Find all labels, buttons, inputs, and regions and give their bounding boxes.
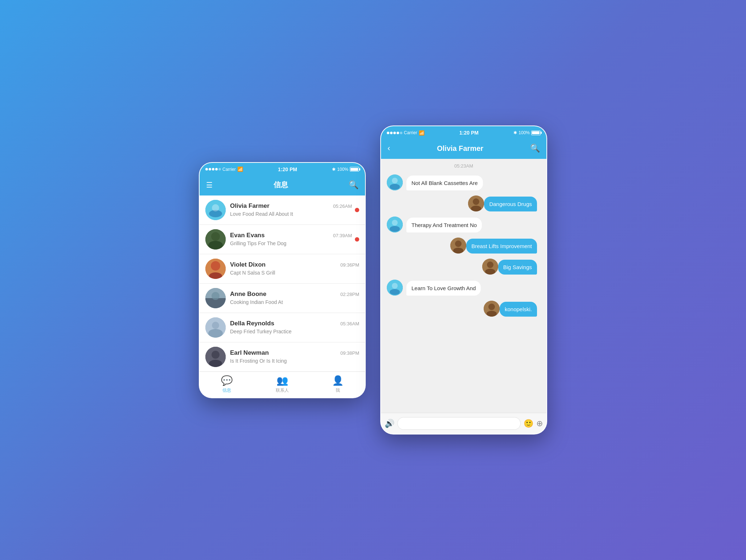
- status-time-2: 1:20 PM: [459, 130, 479, 136]
- chat-row: Not All Blank Cassettes Are: [387, 174, 541, 190]
- svg-point-29: [453, 248, 463, 254]
- chat-avatar-right: [450, 238, 466, 254]
- svg-point-17: [209, 360, 222, 367]
- svg-point-28: [455, 240, 462, 247]
- list-item[interactable]: Anne Boone 02:28PM Cooking Indian Food A…: [200, 284, 365, 313]
- msg-name: Evan Evans: [230, 232, 265, 239]
- back-button[interactable]: ‹: [388, 144, 390, 153]
- chat-bubble: Therapy And Treatment No: [406, 218, 482, 232]
- list-item[interactable]: Violet Dixon 09:36PM Capt N Salsa S Gril…: [200, 254, 365, 284]
- svg-point-35: [392, 283, 398, 289]
- more-icon[interactable]: ⊕: [536, 419, 543, 428]
- svg-point-2: [212, 204, 219, 211]
- msg-content: Anne Boone 02:28PM Cooking Indian Food A…: [230, 291, 359, 305]
- battery-2: [531, 131, 541, 135]
- chat-avatar-right: [468, 195, 484, 211]
- list-item[interactable]: Evan Evans 07:39AM Grilling Tips For The…: [200, 225, 365, 254]
- svg-point-26: [392, 220, 398, 226]
- emoji-icon[interactable]: 🙂: [524, 419, 533, 428]
- unread-badge: [355, 237, 359, 242]
- battery-fill-2: [532, 131, 540, 134]
- hamburger-icon[interactable]: ☰: [206, 181, 213, 189]
- avatar: [205, 259, 226, 279]
- msg-name: Violet Dixon: [230, 261, 266, 268]
- chat-bubble: Big Savings: [498, 260, 537, 275]
- chat-row: Learn To Love Growth And: [387, 280, 541, 296]
- svg-point-37: [488, 304, 495, 310]
- chat-row: Big Savings: [387, 259, 541, 275]
- wifi-icon: 📶: [237, 166, 243, 172]
- msg-preview: Capt N Salsa S Grill: [230, 270, 275, 276]
- list-item[interactable]: Della Reynolds 05:36AM Deep Fried Turkey…: [200, 313, 365, 342]
- tab-me[interactable]: 👤 我: [332, 375, 344, 394]
- tab-messages-icon: 💬: [221, 375, 233, 386]
- msg-name: Anne Boone: [230, 291, 266, 298]
- battery-1: [350, 167, 359, 172]
- status-right-2: ✱ 100%: [513, 130, 541, 135]
- phone-messages: Carrier 📶 1:20 PM ✱ 100% ☰ 信息 🔍: [199, 162, 366, 398]
- chat-bubble: Learn To Love Growth And: [406, 281, 481, 296]
- msg-preview: Cooking Indian Food At: [230, 299, 283, 305]
- search-icon-messages[interactable]: 🔍: [349, 180, 358, 190]
- chat-bubble: Not All Blank Cassettes Are: [406, 176, 483, 190]
- chat-avatar-left: [387, 280, 403, 296]
- list-item[interactable]: Earl Newman 09:38PM Is It Frosting Or Is…: [200, 342, 365, 371]
- avatar: [205, 317, 226, 338]
- battery-bar-1: [350, 167, 359, 172]
- status-time-1: 1:20 PM: [278, 166, 297, 172]
- tab-bar: 💬 信息 👥 联系人 👤 我: [200, 371, 365, 398]
- svg-point-34: [390, 289, 400, 295]
- status-bar-2: Carrier 📶 1:20 PM ✱ 100%: [381, 126, 546, 139]
- bluetooth-icon-2: ✱: [513, 130, 517, 135]
- msg-name: Olivia Farmer: [230, 202, 270, 210]
- list-item[interactable]: Olivia Farmer 05:26AM Love Food Read All…: [200, 195, 365, 225]
- svg-point-4: [208, 241, 223, 250]
- tab-me-label: 我: [336, 387, 340, 394]
- status-bar-1: Carrier 📶 1:20 PM ✱ 100%: [200, 163, 365, 176]
- search-icon-chat[interactable]: 🔍: [530, 144, 540, 153]
- voice-icon[interactable]: 🔊: [385, 419, 394, 428]
- msg-content: Violet Dixon 09:36PM Capt N Salsa S Gril…: [230, 261, 359, 276]
- nav-title-chat: Olivia Farmer: [437, 144, 483, 153]
- msg-time: 09:38PM: [340, 350, 359, 356]
- chat-row: konopelski.: [387, 301, 541, 317]
- battery-fill-1: [351, 168, 358, 171]
- chat-bubble: Breast Lifts Improvement: [466, 239, 537, 254]
- chat-bubble: Dangerous Drugs: [484, 197, 537, 211]
- chat-input-bar: 🔊 🙂 ⊕: [381, 413, 546, 434]
- battery-percent-1: 100%: [337, 167, 348, 172]
- msg-preview: Grilling Tips For The Dog: [230, 240, 286, 246]
- msg-header: Violet Dixon 09:36PM: [230, 261, 359, 268]
- chat-input[interactable]: [397, 417, 521, 430]
- chat-area: 05:23AM Not All Blank Cassettes Are Dang…: [381, 159, 546, 413]
- signal-dots: [205, 168, 221, 170]
- msg-time: 05:36AM: [340, 321, 359, 326]
- svg-point-7: [211, 261, 220, 271]
- tab-contacts-label: 联系人: [276, 387, 289, 394]
- svg-point-31: [487, 262, 493, 268]
- msg-content: Della Reynolds 05:36AM Deep Fried Turkey…: [230, 320, 359, 335]
- msg-preview: Love Food Read All About It: [230, 211, 293, 217]
- msg-time: 07:39AM: [333, 233, 352, 238]
- avatar: [205, 288, 226, 308]
- tab-contacts[interactable]: 👥 联系人: [276, 375, 289, 394]
- chat-timestamp: 05:23AM: [387, 163, 541, 169]
- svg-point-13: [208, 329, 223, 338]
- msg-header: Earl Newman 09:38PM: [230, 349, 359, 357]
- avatar: [205, 347, 226, 367]
- svg-point-22: [473, 198, 479, 205]
- avatar: [205, 229, 226, 250]
- svg-point-23: [471, 206, 481, 211]
- chat-row: Breast Lifts Improvement: [387, 238, 541, 254]
- svg-point-11: [212, 292, 220, 300]
- nav-bar-chat: ‹ Olivia Farmer 🔍: [381, 139, 546, 159]
- msg-time: 02:28PM: [340, 292, 359, 297]
- unread-badge: [355, 208, 359, 212]
- chat-avatar-right: [484, 301, 500, 317]
- battery-bar-2: [531, 131, 541, 135]
- tab-messages[interactable]: 💬 信息: [221, 375, 233, 394]
- svg-point-25: [390, 226, 400, 232]
- msg-time: 09:36PM: [340, 262, 359, 268]
- chat-avatar-right: [482, 259, 498, 275]
- phone-chat: Carrier 📶 1:20 PM ✱ 100% ‹ Olivia Farmer…: [380, 125, 547, 435]
